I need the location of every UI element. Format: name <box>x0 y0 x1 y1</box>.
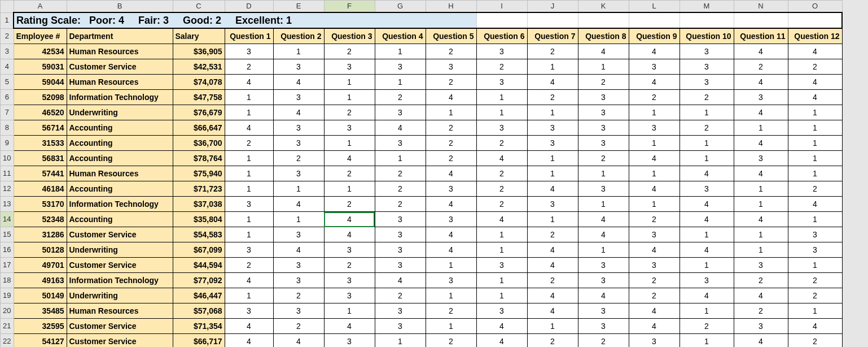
row-header-19[interactable]: 19 <box>1 288 14 303</box>
question-1-value[interactable]: 4 <box>225 75 273 90</box>
question-1-value[interactable]: 3 <box>225 242 273 258</box>
question-5-value[interactable]: 3 <box>426 212 476 227</box>
question-12-value[interactable]: 1 <box>788 136 842 151</box>
question-4-value[interactable]: 3 <box>375 105 426 120</box>
column-header-E[interactable]: E <box>273 1 324 13</box>
question-6-value[interactable]: 1 <box>476 90 527 105</box>
question-4-value[interactable]: 3 <box>375 212 426 227</box>
cell-blank[interactable] <box>476 12 527 28</box>
question-10-value[interactable]: 1 <box>680 136 734 151</box>
column-header-C[interactable]: C <box>173 1 225 13</box>
header-question-8[interactable]: Question 8 <box>578 28 629 44</box>
spreadsheet-grid[interactable]: ABCDEFGHIJKLMNO1Rating Scale: Poor: 4 Fa… <box>0 0 843 347</box>
question-5-value[interactable]: 1 <box>426 258 476 273</box>
question-8-value[interactable]: 3 <box>578 303 629 319</box>
question-8-value[interactable]: 2 <box>578 334 629 348</box>
question-9-value[interactable]: 3 <box>629 59 680 75</box>
question-2-value[interactable]: 3 <box>273 90 324 105</box>
question-5-value[interactable]: 1 <box>426 319 476 334</box>
row-header-21[interactable]: 21 <box>1 319 14 334</box>
column-header-H[interactable]: H <box>426 1 476 13</box>
question-10-value[interactable]: 3 <box>680 75 734 90</box>
question-1-value[interactable]: 2 <box>225 258 273 273</box>
department[interactable]: Customer Service <box>67 334 173 348</box>
question-7-value[interactable]: 2 <box>527 90 578 105</box>
department[interactable]: Information Technology <box>67 197 173 212</box>
question-7-value[interactable]: 4 <box>527 75 578 90</box>
question-6-value[interactable]: 4 <box>476 151 527 166</box>
question-11-value[interactable]: 4 <box>734 75 788 90</box>
question-9-value[interactable]: 4 <box>629 151 680 166</box>
question-9-value[interactable]: 4 <box>629 181 680 197</box>
cell-blank[interactable] <box>788 12 842 28</box>
department[interactable]: Accounting <box>67 181 173 197</box>
header-question-10[interactable]: Question 10 <box>680 28 734 44</box>
question-6-value[interactable]: 2 <box>476 197 527 212</box>
question-6-value[interactable]: 2 <box>476 136 527 151</box>
question-2-value[interactable]: 4 <box>273 242 324 258</box>
question-3-value[interactable]: 2 <box>324 44 375 59</box>
question-6-value[interactable]: 1 <box>476 273 527 288</box>
salary[interactable]: $67,099 <box>173 242 225 258</box>
question-7-value[interactable]: 3 <box>527 120 578 136</box>
question-1-value[interactable]: 3 <box>225 44 273 59</box>
question-3-value[interactable]: 3 <box>324 273 375 288</box>
column-header-B[interactable]: B <box>67 1 173 13</box>
question-4-value[interactable]: 3 <box>375 258 426 273</box>
question-8-value[interactable]: 3 <box>578 273 629 288</box>
question-5-value[interactable]: 4 <box>426 242 476 258</box>
department[interactable]: Customer Service <box>67 319 173 334</box>
question-6-value[interactable]: 3 <box>476 258 527 273</box>
row-header-6[interactable]: 6 <box>1 90 14 105</box>
question-5-value[interactable]: 2 <box>426 136 476 151</box>
question-10-value[interactable]: 1 <box>680 334 734 348</box>
question-2-value[interactable]: 3 <box>273 166 324 181</box>
question-9-value[interactable]: 2 <box>629 212 680 227</box>
question-3-value[interactable]: 3 <box>324 334 375 348</box>
question-8-value[interactable]: 3 <box>578 90 629 105</box>
question-11-value[interactable]: 3 <box>734 151 788 166</box>
question-8-value[interactable]: 1 <box>578 166 629 181</box>
question-12-value[interactable]: 2 <box>788 181 842 197</box>
question-3-value[interactable]: 1 <box>324 136 375 151</box>
salary[interactable]: $71,723 <box>173 181 225 197</box>
question-12-value[interactable]: 4 <box>788 197 842 212</box>
question-2-value[interactable]: 2 <box>273 151 324 166</box>
question-8-value[interactable]: 4 <box>578 227 629 242</box>
question-12-value[interactable]: 3 <box>788 242 842 258</box>
salary[interactable]: $77,092 <box>173 273 225 288</box>
question-11-value[interactable]: 4 <box>734 288 788 303</box>
question-11-value[interactable]: 1 <box>734 197 788 212</box>
department[interactable]: Customer Service <box>67 258 173 273</box>
row-header-5[interactable]: 5 <box>1 75 14 90</box>
question-12-value[interactable]: 2 <box>788 273 842 288</box>
department[interactable]: Information Technology <box>67 273 173 288</box>
question-7-value[interactable]: 3 <box>527 136 578 151</box>
question-11-value[interactable]: 3 <box>734 319 788 334</box>
question-9-value[interactable]: 4 <box>629 44 680 59</box>
column-header-F[interactable]: F <box>324 1 375 13</box>
salary[interactable]: $75,940 <box>173 166 225 181</box>
employee-id[interactable]: 50149 <box>14 288 67 303</box>
question-1-value[interactable]: 1 <box>225 227 273 242</box>
question-10-value[interactable]: 1 <box>680 303 734 319</box>
employee-id[interactable]: 56714 <box>14 120 67 136</box>
question-10-value[interactable]: 1 <box>680 258 734 273</box>
salary[interactable]: $66,647 <box>173 120 225 136</box>
question-8-value[interactable]: 1 <box>578 197 629 212</box>
question-12-value[interactable]: 4 <box>788 44 842 59</box>
question-12-value[interactable]: 1 <box>788 166 842 181</box>
salary[interactable]: $37,038 <box>173 197 225 212</box>
question-12-value[interactable]: 1 <box>788 212 842 227</box>
row-header-11[interactable]: 11 <box>1 166 14 181</box>
question-6-value[interactable]: 1 <box>476 105 527 120</box>
question-3-value[interactable]: 2 <box>324 197 375 212</box>
department[interactable]: Customer Service <box>67 227 173 242</box>
question-12-value[interactable]: 4 <box>788 319 842 334</box>
employee-id[interactable]: 46184 <box>14 181 67 197</box>
question-9-value[interactable]: 3 <box>629 334 680 348</box>
row-header-20[interactable]: 20 <box>1 303 14 319</box>
question-9-value[interactable]: 4 <box>629 75 680 90</box>
salary[interactable]: $36,905 <box>173 44 225 59</box>
employee-id[interactable]: 49701 <box>14 258 67 273</box>
